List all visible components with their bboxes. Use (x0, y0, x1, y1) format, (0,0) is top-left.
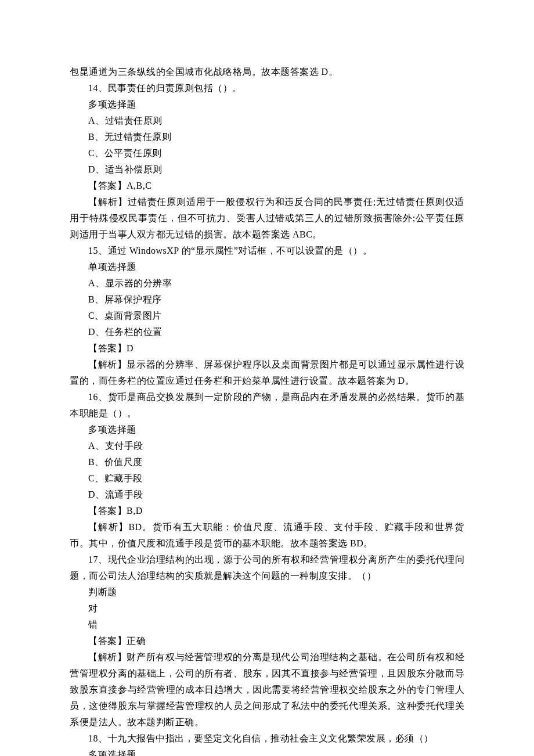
question-stem: 14、民事责任的归责原则包括（）。 (70, 80, 464, 96)
question-stem: 16、货币是商品交换发展到一定阶段的产物，是商品内在矛盾发展的必然结果。货币的基… (70, 389, 464, 422)
body-text: 包昆通道为三条纵线的全国城市化战略格局。故本题答案选 D。 (70, 64, 464, 80)
option-true: 对 (70, 600, 464, 617)
option-c: C、贮藏手段 (70, 470, 464, 487)
option-b: B、屏幕保护程序 (70, 291, 464, 308)
analysis: 【解析】BD。货币有五大职能：价值尺度、流通手段、支付手段、贮藏手段和世界货币。… (70, 519, 464, 552)
option-b: B、价值尺度 (70, 454, 464, 470)
option-c: C、桌面背景图片 (70, 308, 464, 324)
answer: 【答案】B,D (70, 503, 464, 519)
option-a: A、支付手段 (70, 438, 464, 454)
analysis: 【解析】财产所有权与经营管理权的分离是现代公司治理结构之基础。在公司所有权和经营… (70, 649, 464, 730)
question-type: 判断题 (70, 584, 464, 600)
option-d: D、流通手段 (70, 487, 464, 503)
answer: 【答案】正确 (70, 633, 464, 649)
question-type: 单项选择题 (70, 259, 464, 275)
option-b: B、无过错责任原则 (70, 129, 464, 145)
option-a: A、显示器的分辨率 (70, 275, 464, 291)
question-type: 多项选择题 (70, 747, 464, 756)
question-stem: 17、现代企业治理结构的出现，源于公司的所有权和经营管理权分离所产生的委托代理问… (70, 552, 464, 584)
answer: 【答案】A,B,C (70, 178, 464, 194)
analysis: 【解析】过错责任原则适用于一般侵权行为和违反合同的民事责任;无过错责任原则仅适用… (70, 194, 464, 243)
option-d: D、任务栏的位置 (70, 324, 464, 340)
option-d: D、适当补偿原则 (70, 161, 464, 178)
question-type: 多项选择题 (70, 422, 464, 438)
option-a: A、过错责任原则 (70, 113, 464, 129)
question-type: 多项选择题 (70, 96, 464, 113)
answer: 【答案】D (70, 340, 464, 357)
option-c: C、公平责任原则 (70, 145, 464, 161)
document-page: 包昆通道为三条纵线的全国城市化战略格局。故本题答案选 D。 14、民事责任的归责… (0, 0, 534, 756)
analysis: 【解析】显示器的分辨率、屏幕保护程序以及桌面背景图片都是可以通过显示属性进行设置… (70, 357, 464, 389)
question-stem: 18、十九大报告中指出，要坚定文化自信，推动社会主义文化繁荣发展，必须（） (70, 730, 464, 747)
question-stem: 15、通过 WindowsXP 的“显示属性”对话框，不可以设置的是（）。 (70, 243, 464, 259)
option-false: 错 (70, 617, 464, 633)
